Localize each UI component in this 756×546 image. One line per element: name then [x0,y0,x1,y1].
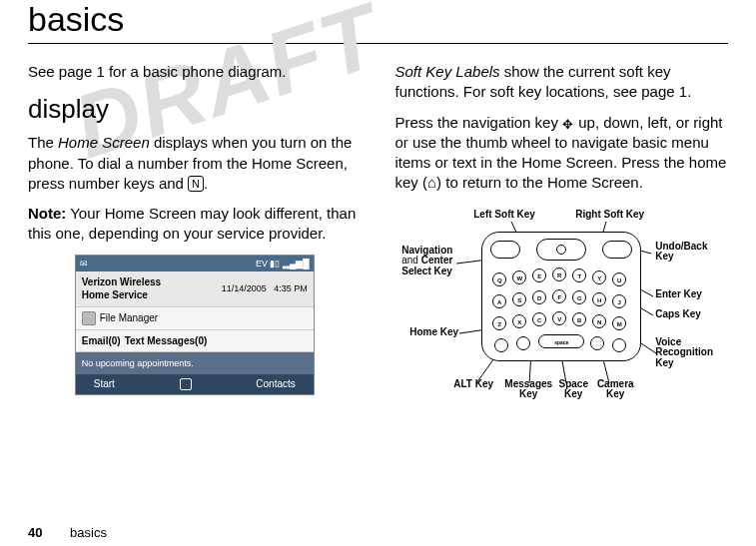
label-alt: ALT Key [453,379,493,390]
softkey-term: Soft Key Labels [395,63,500,80]
note-label: Note: [28,205,66,222]
messages-row: Email(0) Text Messages(0) [76,330,314,353]
navigation-key-icon [562,114,574,126]
key: B [572,312,586,326]
label-left-softkey: Left Soft Key [473,210,535,221]
key: R [552,268,566,281]
key: M [612,316,626,330]
key: G [572,290,586,304]
key: Q [492,273,506,286]
carrier-service: Home Service [82,288,161,302]
key: T [572,269,586,282]
key: C [532,312,546,326]
carrier-row: Verizon Wireless Home Service 11/14/2005… [76,272,314,307]
label-voice: Voice Recognition Key [655,337,719,369]
keyboard-diagram: Q W E R T Y U A S D F G H J Z X C V B [401,204,721,423]
key: E [532,269,546,282]
label-space: Space Key [553,379,593,400]
phone-center-icon [180,378,192,390]
footer-section: basics [70,525,107,540]
label-camera: Camera Key [593,379,637,400]
key: D [532,290,546,304]
label-caps: Caps Key [655,309,701,320]
right-softkey-shape [602,241,632,259]
key: F [552,289,566,303]
label-right-softkey: Right Soft Key [575,210,644,221]
folder-icon [82,311,96,325]
right-column: Soft Key Labels show the current soft ke… [395,62,729,423]
home-key-shape [516,336,530,350]
key: W [512,271,526,284]
key: U [612,273,626,286]
no-appointments-banner: No upcoming appointments. [76,352,314,374]
date-text: 11/14/2005 [222,283,267,293]
nav-key-shape [536,239,586,261]
key: H [592,292,606,306]
email-label: Email(0) [82,334,121,348]
texts-label: Text Messages(0) [125,334,208,348]
voice-key-shape [612,338,626,352]
camera-key-shape [590,336,604,350]
home-key-icon: ⌂ [427,174,436,191]
signal-icon: ▂▄▆█ [283,259,310,269]
text: Press the navigation key [395,114,563,131]
text: . [204,175,208,192]
key: J [612,294,626,308]
section-heading-display: display [28,92,362,127]
battery-icon: ▮▯ [270,259,280,269]
file-manager-label: File Manager [100,311,158,325]
phone-right-softkey: Contacts [256,377,295,391]
dial-key-icon: N [188,176,204,192]
key: A [492,294,506,308]
label-undo-back: Undo/Back Key [655,242,715,263]
time-text: 4:35 PM [274,283,308,293]
left-softkey-shape [490,241,520,259]
key: Z [492,316,506,330]
softkey-paragraph: Soft Key Labels show the current soft ke… [395,62,729,103]
key: N [592,314,606,328]
page-title: basics [0,0,756,39]
label-messages: Messages Key [503,379,553,400]
label-enter: Enter Key [655,289,702,300]
ev-icon: EV [256,259,268,269]
space-key-shape: space [538,334,584,348]
home-screen-term: Home Screen [58,134,150,151]
home-screen-paragraph: The Home Screen displays when you turn o… [28,133,362,194]
text: ) to return to the Home Screen. [436,174,643,191]
label-navigation: Navigation and Center Select Key [401,246,452,277]
page-number: 40 [28,525,42,540]
navigation-paragraph: Press the navigation key up, down, left,… [395,113,729,194]
intro-text: See page 1 for a basic phone diagram. [28,62,362,82]
note-paragraph: Note: Your Home Screen may look differen… [28,204,362,245]
text: The [28,134,58,151]
phone-left-softkey: Start [94,377,115,391]
status-bar: ✉ EV ▮▯ ▂▄▆█ [76,256,314,272]
key: X [512,314,526,328]
key: S [512,292,526,306]
phone-softkey-bar: Start Contacts [76,374,314,394]
home-screen-mock: ✉ EV ▮▯ ▂▄▆█ Verizon Wireless Home Servi… [75,255,315,395]
status-left-icon: ✉ [80,258,88,270]
key: V [552,311,566,325]
key: Y [592,271,606,284]
file-manager-row: File Manager [76,307,314,330]
left-column: See page 1 for a basic phone diagram. di… [28,62,362,423]
page-footer: 40 basics [28,525,107,540]
alt-key-shape [494,338,508,352]
note-body: Your Home Screen may look different, tha… [28,205,356,242]
carrier-name: Verizon Wireless [82,275,161,289]
keyboard-outline: Q W E R T Y U A S D F G H J Z X C V B [481,232,641,361]
label-home: Home Key [409,327,458,338]
